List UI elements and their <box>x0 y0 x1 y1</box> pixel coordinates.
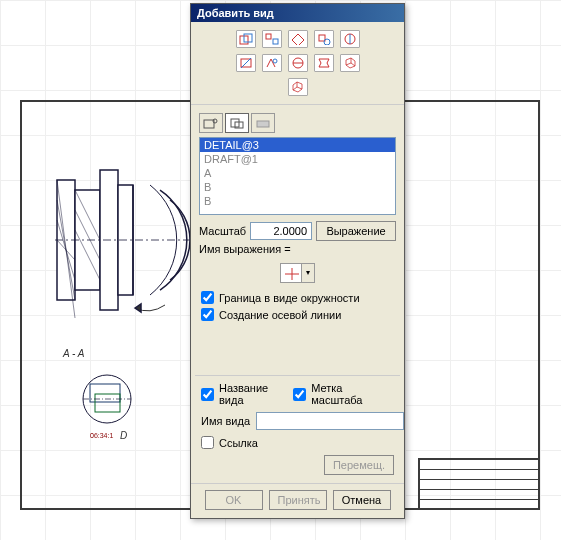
view-name-input[interactable] <box>256 412 404 430</box>
option-tabs <box>191 105 404 137</box>
link-label: Ссылка <box>219 437 258 449</box>
section-broken-icon[interactable] <box>314 54 334 72</box>
view-name-label: Имя вида <box>201 415 250 427</box>
svg-rect-8 <box>95 394 120 412</box>
base-view-icon[interactable] <box>236 30 256 48</box>
view-label-text: Название вида <box>219 382 293 406</box>
iso-left-icon[interactable] <box>288 78 308 96</box>
detail-circle-view <box>80 372 135 427</box>
list-item[interactable]: A <box>200 166 395 180</box>
svg-rect-13 <box>273 39 278 44</box>
svg-rect-20 <box>204 120 214 128</box>
scale-input[interactable] <box>250 222 312 240</box>
tab-3[interactable] <box>251 113 275 133</box>
detail-view-icon[interactable] <box>314 30 334 48</box>
add-view-dialog: Добавить вид DETAIL@3 DRAFT@1 A B B Масш… <box>190 3 405 519</box>
list-item[interactable]: DETAIL@3 <box>200 138 395 152</box>
scale-label-checkbox[interactable] <box>293 388 306 401</box>
view-type-toolbar <box>191 22 404 105</box>
svg-marker-4 <box>135 304 141 312</box>
scale-label: Масштаб <box>199 225 246 237</box>
anchor-point-picker[interactable] <box>280 263 302 283</box>
section-label: A - A <box>63 348 84 359</box>
anchor-dropdown-icon[interactable]: ▾ <box>302 263 315 283</box>
expression-button[interactable]: Выражение <box>316 221 396 241</box>
expression-name-label: Имя выражения = <box>199 243 291 255</box>
scale-note: 06:34:1 <box>90 432 113 439</box>
list-item[interactable]: DRAFT@1 <box>200 152 395 166</box>
centerline-label: Создание осевой линии <box>219 309 341 321</box>
cancel-button[interactable]: Отмена <box>333 490 391 510</box>
section-half-icon[interactable] <box>236 54 256 72</box>
list-item[interactable]: B <box>200 194 395 208</box>
centerline-checkbox[interactable] <box>201 308 214 321</box>
section-revolved-icon[interactable] <box>340 30 360 48</box>
list-item[interactable]: B <box>200 180 395 194</box>
move-button[interactable]: Перемещ. <box>324 455 394 475</box>
section-simple-icon[interactable] <box>288 54 308 72</box>
svg-point-18 <box>273 59 277 63</box>
dialog-titlebar[interactable]: Добавить вид <box>191 4 404 22</box>
iso-right-icon[interactable] <box>340 54 360 72</box>
detail-label: D <box>120 430 127 441</box>
aux-view-icon[interactable] <box>288 30 308 48</box>
link-checkbox[interactable] <box>201 436 214 449</box>
view-list[interactable]: DETAIL@3 DRAFT@1 A B B <box>199 137 396 215</box>
ortho-view-icon[interactable] <box>262 30 282 48</box>
scale-label-text: Метка масштаба <box>311 382 394 406</box>
section-unfold-icon[interactable] <box>262 54 282 72</box>
apply-button[interactable]: Принять <box>269 490 327 510</box>
tab-1[interactable] <box>199 113 223 133</box>
tab-2[interactable] <box>225 113 249 133</box>
svg-rect-12 <box>266 34 271 39</box>
boundary-circle-label: Граница в виде окружности <box>219 292 360 304</box>
title-block <box>418 458 538 508</box>
boundary-circle-checkbox[interactable] <box>201 291 214 304</box>
svg-rect-24 <box>257 121 269 127</box>
ok-button[interactable]: OK <box>205 490 263 510</box>
view-label-checkbox[interactable] <box>201 388 214 401</box>
svg-point-15 <box>324 39 330 45</box>
